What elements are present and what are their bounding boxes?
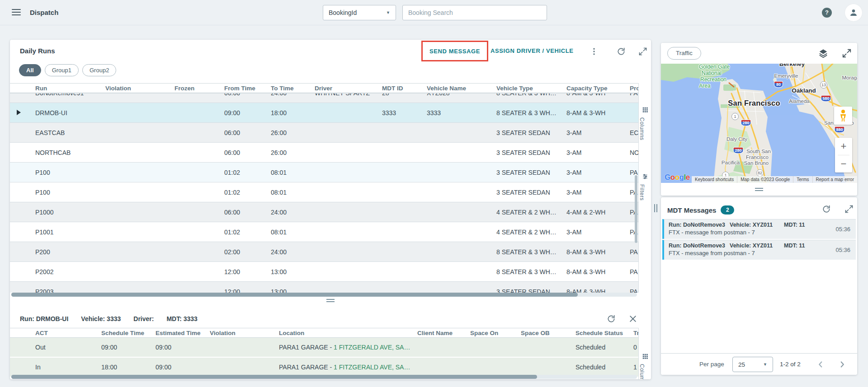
stop-row[interactable]: Out09:0009:00PARA1 GARAGE - 1 FITZGERALD… (10, 338, 638, 357)
detail-vehicle-label: Vehicle: 3333 (81, 315, 121, 322)
attribution-item[interactable]: Map data ©2023 Google (737, 176, 793, 183)
column-header-violation[interactable]: Violation (210, 330, 279, 336)
columns-tab[interactable]: Columns (639, 107, 651, 140)
attribution-item[interactable]: Report a map error (812, 176, 857, 183)
run-row[interactable]: EASTCAB06:0026:003 SEATER SEDAN3-AMEC (10, 122, 638, 142)
column-header-location[interactable]: Location (279, 330, 417, 336)
mdt-expand-icon[interactable] (844, 205, 855, 215)
column-header-run[interactable]: Run (35, 85, 105, 92)
run-row[interactable]: P200312:0013:003 SEATER SEDAN8-AM & 3-WH… (10, 281, 638, 293)
attribution-item[interactable]: Terms (793, 176, 812, 183)
daily-runs-horizontal-scrollbar[interactable] (11, 293, 637, 297)
mdt-refresh-icon[interactable] (822, 205, 833, 215)
expand-icon[interactable] (637, 46, 648, 57)
cell: 8-AM & 3-WH (566, 268, 630, 275)
map-expand-icon[interactable] (842, 48, 853, 59)
location-link[interactable]: 1 FITZGERALD AVE, SA… (334, 344, 410, 351)
run-row[interactable]: P100006:0024:004 SEATER & 2 WH…4-AM & 2-… (10, 202, 638, 222)
booking-search-input[interactable] (402, 5, 547, 20)
run-row[interactable]: P10001:0208:013 SEATER SEDAN3-AMPA (10, 182, 638, 202)
highway-shield: 280 (733, 147, 743, 154)
cell: 8-AM & 3-WH (566, 109, 630, 117)
column-header-space-on[interactable]: Space On (470, 330, 521, 336)
cell: WHITNEY SPARTZ (315, 93, 382, 97)
attribution-item[interactable]: Keyboard shortcuts (692, 176, 737, 183)
refresh-icon[interactable] (616, 46, 627, 57)
map-label: Francisco (746, 154, 769, 160)
column-header-client-name[interactable]: Client Name (417, 330, 470, 336)
cell: 26:00 (271, 129, 315, 136)
cell: EASTCAB (35, 129, 105, 136)
detail-columns-tab[interactable]: Columns (639, 353, 651, 379)
layers-icon[interactable] (818, 48, 829, 59)
per-page-select[interactable]: 25 ▼ (732, 357, 773, 372)
column-header-mdt-id[interactable]: MDT ID (382, 85, 427, 92)
column-header-to-time[interactable]: To Time (271, 85, 315, 92)
cell: 13:00 (271, 268, 315, 275)
assign-driver-vehicle-button[interactable]: ASSIGN DRIVER / VEHICLE (491, 41, 574, 61)
column-header-trav[interactable]: Trav (633, 330, 638, 336)
column-header-estimated-time[interactable]: Estimated Time (156, 330, 210, 336)
highway-shield: 1 (731, 113, 739, 120)
cell: 8-AM & 3-WH (566, 288, 630, 293)
map-resize-handle[interactable] (661, 183, 857, 196)
run-row[interactable]: DoNotRemove9106:0024:00WHITNEY SPARTZ28X… (10, 93, 638, 103)
run-row[interactable]: DRMOB-UI09:0018:00333333338 SEATER & 3 W… (10, 103, 638, 122)
run-row[interactable]: P200212:0013:008 SEATER & 3 WH…8-AM & 3-… (10, 261, 638, 281)
cell: PA (630, 248, 638, 256)
column-header-violation[interactable]: Violation (105, 85, 175, 92)
previous-page-button[interactable] (816, 359, 826, 369)
run-row[interactable]: P10001:0208:013 SEATER SEDAN3-AMPA (10, 162, 638, 182)
table-resize-handle[interactable] (10, 297, 651, 304)
map-canvas[interactable]: Golden GateNationalRecreationAreaBerkele… (661, 64, 857, 183)
run-row[interactable]: P100101:0208:014 SEATER & 2 WH…3-AMPA (10, 222, 638, 242)
filters-tab[interactable]: Filters (639, 173, 651, 200)
avatar[interactable] (845, 4, 862, 21)
run-detail-horizontal-scrollbar[interactable] (11, 375, 637, 379)
pegman-control[interactable] (834, 107, 852, 125)
column-header-schedule-status[interactable]: Schedule Status (576, 330, 633, 336)
column-header-schedule-time[interactable]: Schedule Time (101, 330, 156, 336)
column-header-space-ob[interactable]: Space OB (521, 330, 576, 336)
detail-refresh-icon[interactable] (606, 313, 617, 324)
help-icon[interactable]: ? (822, 8, 832, 18)
cell: Scheduled (576, 344, 633, 351)
panel-resize-handle[interactable] (654, 204, 659, 212)
cell: P100 (35, 189, 105, 196)
highway-shield: 82 (756, 169, 764, 177)
mdt-message[interactable]: Run: DoNotRemove3Vehicle: XYZ011MDT: 110… (662, 219, 856, 239)
cell: 8-AM & 3-WH (566, 93, 630, 97)
column-header-from-time[interactable]: From Time (224, 85, 271, 92)
group-chip-group1[interactable]: Group1 (45, 64, 79, 76)
column-header-capacity-type[interactable]: Capacity Type (566, 85, 630, 92)
run-row[interactable]: P20002:0024:008 SEATER & 3 WH…8-AM & 3-W… (10, 242, 638, 261)
detail-close-icon[interactable] (627, 313, 638, 324)
traffic-toggle[interactable]: Traffic (667, 47, 701, 60)
daily-runs-vertical-scrollbar[interactable] (635, 175, 637, 243)
stop-row[interactable]: In18:0009:00PARA1 GARAGE - 1 FITZGERALD … (10, 358, 638, 377)
run-row[interactable]: NORTHCAB06:0026:003 SEATER SEDAN3-AMNO (10, 142, 638, 162)
cell: P1000 (35, 209, 105, 216)
column-header-frozen[interactable]: Frozen (175, 85, 224, 92)
cell: PARA1 GARAGE - 1 FITZGERALD AVE, SA… (279, 344, 417, 351)
column-header-driver[interactable]: Driver (315, 85, 382, 92)
group-chip-all[interactable]: All (19, 64, 41, 76)
group-chip-group2[interactable]: Group2 (82, 64, 116, 76)
more-options-kebab-icon[interactable] (589, 46, 599, 57)
send-message-button[interactable]: SEND MESSAGE (429, 48, 480, 55)
mdt-message[interactable]: Run: DoNotRemove3Vehicle: XYZ011MDT: 110… (662, 240, 856, 260)
column-header-vehicle-name[interactable]: Vehicle Name (427, 85, 496, 92)
location-link[interactable]: 1 FITZGERALD AVE, SA… (334, 364, 410, 371)
column-header-act[interactable]: ACT (35, 330, 101, 336)
cell: PA (630, 93, 638, 97)
booking-type-select[interactable]: BookingId ▼ (323, 5, 396, 20)
highway-shield: 80 (774, 81, 783, 88)
cell: 08:01 (271, 228, 315, 236)
zoom-out-button[interactable]: − (835, 155, 852, 173)
cell: P1001 (35, 228, 105, 236)
zoom-in-button[interactable]: + (835, 138, 852, 155)
next-page-button[interactable] (837, 359, 847, 369)
column-header-prov[interactable]: Prov (630, 85, 638, 92)
menu-icon[interactable] (12, 9, 21, 16)
column-header-vehicle-type[interactable]: Vehicle Type (496, 85, 566, 92)
